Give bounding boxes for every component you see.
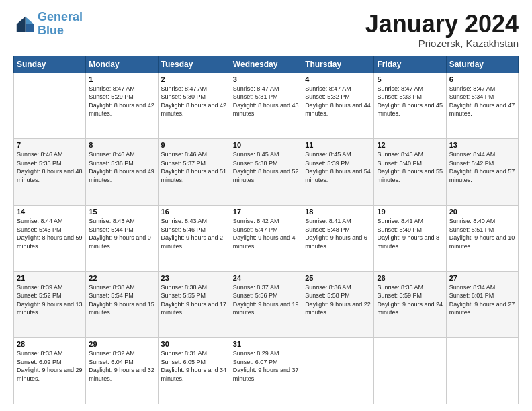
day-number: 19 xyxy=(377,208,443,216)
day-number: 15 xyxy=(89,208,154,216)
calendar-cell: 2Sunrise: 8:47 AMSunset: 5:30 PMDaylight… xyxy=(158,73,230,139)
day-info: Sunrise: 8:43 AMSunset: 5:44 PMDaylight:… xyxy=(89,217,154,250)
day-number: 28 xyxy=(17,340,83,348)
day-number: 9 xyxy=(161,141,227,149)
day-info: Sunrise: 8:35 AMSunset: 5:59 PMDaylight:… xyxy=(377,283,443,317)
svg-marker-0 xyxy=(26,17,34,24)
day-number: 2 xyxy=(161,75,227,83)
day-info: Sunrise: 8:37 AMSunset: 5:56 PMDaylight:… xyxy=(233,283,299,317)
month-title: January 2024 xyxy=(365,11,519,38)
day-info: Sunrise: 8:47 AMSunset: 5:29 PMDaylight:… xyxy=(89,85,154,118)
weekday-header-friday: Friday xyxy=(374,56,446,73)
day-info: Sunrise: 8:38 AMSunset: 5:54 PMDaylight:… xyxy=(89,283,154,317)
day-info: Sunrise: 8:42 AMSunset: 5:47 PMDaylight:… xyxy=(233,217,299,250)
day-number: 29 xyxy=(89,340,154,348)
calendar-week-1: 1Sunrise: 8:47 AMSunset: 5:29 PMDaylight… xyxy=(14,73,519,139)
calendar-cell: 30Sunrise: 8:31 AMSunset: 6:05 PMDayligh… xyxy=(158,338,230,404)
weekday-header-row: SundayMondayTuesdayWednesdayThursdayFrid… xyxy=(14,56,519,73)
day-info: Sunrise: 8:31 AMSunset: 6:05 PMDaylight:… xyxy=(161,349,227,383)
day-info: Sunrise: 8:45 AMSunset: 5:40 PMDaylight:… xyxy=(377,150,443,184)
weekday-header-sunday: Sunday xyxy=(14,56,86,73)
day-number: 1 xyxy=(89,75,154,83)
calendar-cell xyxy=(14,73,86,139)
day-number: 22 xyxy=(89,274,154,282)
calendar-cell xyxy=(446,338,518,404)
calendar-page: General Blue January 2024 Priozersk, Kaz… xyxy=(0,0,532,411)
calendar-cell: 16Sunrise: 8:43 AMSunset: 5:46 PMDayligh… xyxy=(158,205,230,271)
svg-marker-2 xyxy=(17,17,26,32)
day-info: Sunrise: 8:47 AMSunset: 5:32 PMDaylight:… xyxy=(305,85,371,118)
day-info: Sunrise: 8:47 AMSunset: 5:31 PMDaylight:… xyxy=(233,85,299,118)
calendar-cell: 14Sunrise: 8:44 AMSunset: 5:43 PMDayligh… xyxy=(14,205,86,271)
logo-text: General Blue xyxy=(38,11,83,38)
day-info: Sunrise: 8:43 AMSunset: 5:46 PMDaylight:… xyxy=(161,217,227,250)
day-info: Sunrise: 8:40 AMSunset: 5:51 PMDaylight:… xyxy=(449,217,515,250)
title-block: January 2024 Priozersk, Kazakhstan xyxy=(365,11,519,49)
day-number: 30 xyxy=(161,340,227,348)
logo: General Blue xyxy=(13,11,83,38)
calendar-week-5: 28Sunrise: 8:33 AMSunset: 6:02 PMDayligh… xyxy=(14,338,519,404)
day-number: 26 xyxy=(377,274,443,282)
day-info: Sunrise: 8:46 AMSunset: 5:36 PMDaylight:… xyxy=(89,150,154,184)
day-info: Sunrise: 8:32 AMSunset: 6:04 PMDaylight:… xyxy=(89,349,154,383)
day-number: 14 xyxy=(17,208,83,216)
day-info: Sunrise: 8:29 AMSunset: 6:07 PMDaylight:… xyxy=(233,349,299,383)
day-info: Sunrise: 8:44 AMSunset: 5:42 PMDaylight:… xyxy=(449,150,515,184)
day-number: 25 xyxy=(305,274,371,282)
day-number: 7 xyxy=(17,141,83,149)
calendar-cell: 26Sunrise: 8:35 AMSunset: 5:59 PMDayligh… xyxy=(374,271,446,338)
day-info: Sunrise: 8:47 AMSunset: 5:30 PMDaylight:… xyxy=(161,85,227,118)
day-number: 6 xyxy=(449,75,515,83)
calendar-cell xyxy=(374,338,446,404)
day-number: 13 xyxy=(449,141,515,149)
day-info: Sunrise: 8:47 AMSunset: 5:34 PMDaylight:… xyxy=(449,85,515,118)
calendar-cell: 21Sunrise: 8:39 AMSunset: 5:52 PMDayligh… xyxy=(14,271,86,338)
day-info: Sunrise: 8:45 AMSunset: 5:38 PMDaylight:… xyxy=(233,150,299,184)
weekday-header-thursday: Thursday xyxy=(302,56,374,73)
day-number: 24 xyxy=(233,274,299,282)
day-number: 20 xyxy=(449,208,515,216)
calendar-cell: 8Sunrise: 8:46 AMSunset: 5:36 PMDaylight… xyxy=(86,139,158,205)
calendar-cell: 25Sunrise: 8:36 AMSunset: 5:58 PMDayligh… xyxy=(302,271,374,338)
day-number: 23 xyxy=(161,274,227,282)
svg-marker-1 xyxy=(26,24,34,32)
logo-line2: Blue xyxy=(38,24,64,37)
calendar-cell: 11Sunrise: 8:45 AMSunset: 5:39 PMDayligh… xyxy=(302,139,374,205)
day-info: Sunrise: 8:45 AMSunset: 5:39 PMDaylight:… xyxy=(305,150,371,184)
calendar-cell xyxy=(302,338,374,404)
day-number: 17 xyxy=(233,208,299,216)
calendar-cell: 10Sunrise: 8:45 AMSunset: 5:38 PMDayligh… xyxy=(230,139,302,205)
calendar-week-4: 21Sunrise: 8:39 AMSunset: 5:52 PMDayligh… xyxy=(14,271,519,338)
calendar-cell: 9Sunrise: 8:46 AMSunset: 5:37 PMDaylight… xyxy=(158,139,230,205)
day-info: Sunrise: 8:38 AMSunset: 5:55 PMDaylight:… xyxy=(161,283,227,317)
calendar-cell: 28Sunrise: 8:33 AMSunset: 6:02 PMDayligh… xyxy=(14,338,86,404)
weekday-header-wednesday: Wednesday xyxy=(230,56,302,73)
calendar-cell: 6Sunrise: 8:47 AMSunset: 5:34 PMDaylight… xyxy=(446,73,518,139)
day-number: 12 xyxy=(377,141,443,149)
calendar-cell: 27Sunrise: 8:34 AMSunset: 6:01 PMDayligh… xyxy=(446,271,518,338)
weekday-header-monday: Monday xyxy=(86,56,158,73)
day-info: Sunrise: 8:39 AMSunset: 5:52 PMDaylight:… xyxy=(17,283,83,317)
header: General Blue January 2024 Priozersk, Kaz… xyxy=(13,11,519,49)
day-number: 16 xyxy=(161,208,227,216)
calendar-week-3: 14Sunrise: 8:44 AMSunset: 5:43 PMDayligh… xyxy=(14,205,519,271)
day-number: 5 xyxy=(377,75,443,83)
day-info: Sunrise: 8:41 AMSunset: 5:49 PMDaylight:… xyxy=(377,217,443,250)
day-number: 3 xyxy=(233,75,299,83)
calendar-cell: 20Sunrise: 8:40 AMSunset: 5:51 PMDayligh… xyxy=(446,205,518,271)
day-number: 8 xyxy=(89,141,154,149)
day-info: Sunrise: 8:36 AMSunset: 5:58 PMDaylight:… xyxy=(305,283,371,317)
day-number: 4 xyxy=(305,75,371,83)
weekday-header-tuesday: Tuesday xyxy=(158,56,230,73)
logo-icon xyxy=(13,13,35,35)
location-subtitle: Priozersk, Kazakhstan xyxy=(365,38,519,49)
day-info: Sunrise: 8:41 AMSunset: 5:48 PMDaylight:… xyxy=(305,217,371,250)
day-number: 10 xyxy=(233,141,299,149)
day-info: Sunrise: 8:46 AMSunset: 5:37 PMDaylight:… xyxy=(161,150,227,184)
calendar-week-2: 7Sunrise: 8:46 AMSunset: 5:35 PMDaylight… xyxy=(14,139,519,205)
calendar-table: SundayMondayTuesdayWednesdayThursdayFrid… xyxy=(13,56,519,404)
day-info: Sunrise: 8:44 AMSunset: 5:43 PMDaylight:… xyxy=(17,217,83,250)
calendar-cell: 5Sunrise: 8:47 AMSunset: 5:33 PMDaylight… xyxy=(374,73,446,139)
day-number: 11 xyxy=(305,141,371,149)
calendar-cell: 7Sunrise: 8:46 AMSunset: 5:35 PMDaylight… xyxy=(14,139,86,205)
